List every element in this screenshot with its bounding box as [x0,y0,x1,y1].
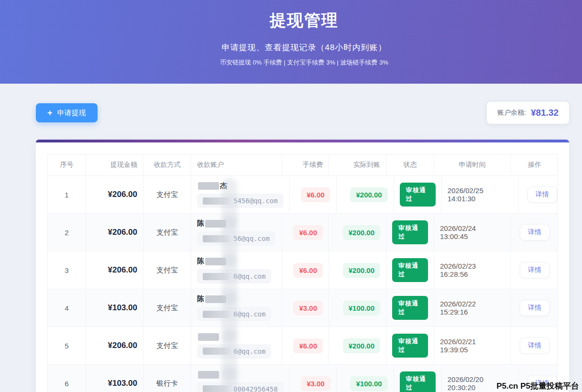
payee-account-cell: 陈 56@qq.com [191,214,282,251]
payee-name: 杰 [197,181,227,190]
page-header: 提现管理 申请提现、查看提现记录（48小时内到账） 币安链提现 0% 手续费 |… [0,0,582,84]
col-header-time: 申请时间 [434,154,511,175]
redacted-account-blur [203,273,232,280]
account-visible-text: 6@qq.com [233,272,265,280]
fee-policy-note: 币安链提现 0% 手续费 | 支付宝手续费 3% | 波场链手续费 3% [26,58,582,67]
table-body: 1 ¥206.00 支付宝 杰 5456@qq.com ¥6.00 ¥200.0… [48,176,557,392]
col-header-amount: 提现金额 [86,154,143,175]
received-amount-badge: ¥200.00 [343,338,380,353]
payment-method: 支付宝 [156,304,178,313]
table-header-row: 序号 提现金额 收款方式 收款账户 手续费 实际到账 状态 申请时间 操作 [48,154,557,176]
col-header-method: 收款方式 [143,154,191,175]
status-badge: 审核通过 [392,220,428,244]
redacted-name-blur [205,220,226,228]
status-badge: 审核通过 [400,371,436,392]
withdraw-amount: ¥103.00 [108,379,137,388]
redacted-account-blur [203,348,232,355]
status-badge: 审核通过 [400,183,436,207]
redacted-account-blur [203,311,232,318]
payee-name: 陈 [197,294,227,304]
apply-time: 2026/02/21 19:39:05 [440,338,505,354]
withdraw-amount: ¥103.00 [108,303,137,313]
received-amount-badge: ¥200.00 [350,187,387,202]
row-index: 4 [65,304,68,312]
table-row: 2 ¥206.00 支付宝 陈 56@qq.com ¥6.00 ¥200.00 … [48,214,557,251]
apply-time: 2026/02/25 14:01:30 [448,186,512,203]
withdraw-amount: ¥206.00 [108,341,137,350]
plus-icon: + [47,109,53,117]
col-header-received: 实际到账 [329,154,386,175]
detail-button[interactable]: 详情 [527,186,557,203]
col-header-action: 操作 [511,154,559,175]
fee-badge: ¥3.00 [293,301,323,316]
payee-account-number: 6@qq.com [197,344,271,359]
apply-time: 2026/02/22 15:29:16 [440,300,505,316]
detail-button[interactable]: 详情 [520,300,549,316]
payee-account-number: 00042956458 [197,382,284,392]
payee-name [197,333,220,341]
account-visible-text: 6@qq.com [233,348,265,355]
row-index: 1 [65,191,68,199]
redacted-name-blur [198,182,219,190]
payment-method: 支付宝 [156,190,178,199]
withdraw-records-card: 序号 提现金额 收款方式 收款账户 手续费 实际到账 状态 申请时间 操作 1 … [36,140,569,392]
payee-account-cell: 00042956458 [191,365,290,392]
apply-time: 2026/02/23 16:28:56 [440,262,505,278]
content-area: + 申请提现 账户余额: ¥81.32 序号 提现金额 收款方式 收款账户 手续… [36,102,569,392]
received-amount-badge: ¥200.00 [343,225,380,240]
payee-account-cell: 陈 6@qq.com [191,251,282,289]
status-badge: 审核通过 [392,258,428,282]
account-visible-text: 6@qq.com [233,310,265,318]
withdraw-amount: ¥206.00 [108,228,137,237]
account-balance-card: 账户余额: ¥81.32 [487,102,569,124]
account-visible-text: 5456@qq.com [233,197,278,205]
payee-name-visible-prefix: 陈 [197,219,204,228]
row-index: 5 [65,342,68,350]
page-title: 提现管理 [26,0,582,32]
redacted-account-blur [203,385,232,392]
fee-badge: ¥6.00 [301,187,330,202]
apply-time: 2026/02/24 13:00:45 [440,224,505,240]
table-row: 1 ¥206.00 支付宝 杰 5456@qq.com ¥6.00 ¥200.0… [48,176,557,214]
fee-badge: ¥3.00 [301,376,330,391]
fee-badge: ¥6.00 [293,338,323,353]
redacted-account-blur [203,197,232,205]
row-index: 3 [65,266,68,274]
detail-button[interactable]: 详情 [520,262,549,278]
fee-badge: ¥6.00 [293,225,323,240]
payee-name-visible-prefix: 陈 [197,294,204,304]
payee-account-cell: 杰 5456@qq.com [191,176,290,213]
redacted-name-blur [205,258,226,265]
detail-button[interactable]: 详情 [520,338,549,354]
table-row: 3 ¥206.00 支付宝 陈 6@qq.com ¥6.00 ¥200.00 审… [48,251,557,289]
table-row: 6 ¥103.00 银行卡 00042956458 ¥3.00 ¥100.00 … [48,365,557,392]
payee-name: 陈 [197,219,227,228]
withdraw-amount: ¥206.00 [108,265,137,275]
received-amount-badge: ¥100.00 [343,301,380,316]
redacted-account-blur [203,235,232,242]
detail-button[interactable]: 详情 [520,224,549,240]
table-row: 5 ¥206.00 支付宝 6@qq.com ¥6.00 ¥200.00 审核通… [48,327,557,365]
payee-account-number: 5456@qq.com [197,194,284,208]
balance-value: ¥81.32 [531,108,559,118]
payment-method: 支付宝 [156,266,178,275]
withdraw-records-table: 序号 提现金额 收款方式 收款账户 手续费 实际到账 状态 申请时间 操作 1 … [47,154,558,392]
apply-withdraw-button[interactable]: + 申请提现 [36,103,98,122]
table-row: 4 ¥103.00 支付宝 陈 6@qq.com ¥3.00 ¥100.00 审… [48,289,557,327]
received-amount-badge: ¥100.00 [350,376,387,391]
payee-name [197,371,220,379]
payee-name-visible-prefix: 陈 [197,257,204,266]
payee-account-cell: 6@qq.com [191,327,282,364]
col-header-status: 状态 [386,154,434,175]
payee-account-number: 6@qq.com [197,269,271,283]
payment-method: 支付宝 [156,228,178,237]
account-visible-text: 56@qq.com [233,235,270,242]
site-watermark: P5.cn P5批量投稿平台 [496,381,579,392]
col-header-account: 收款账户 [191,154,282,175]
toolbar: + 申请提现 账户余额: ¥81.32 [36,102,569,124]
payee-name-visible-suffix: 杰 [220,181,227,190]
payee-account-number: 56@qq.com [197,231,275,246]
account-visible-text: 00042956458 [233,385,278,392]
redacted-name-blur [205,295,226,303]
received-amount-badge: ¥200.00 [343,263,380,278]
